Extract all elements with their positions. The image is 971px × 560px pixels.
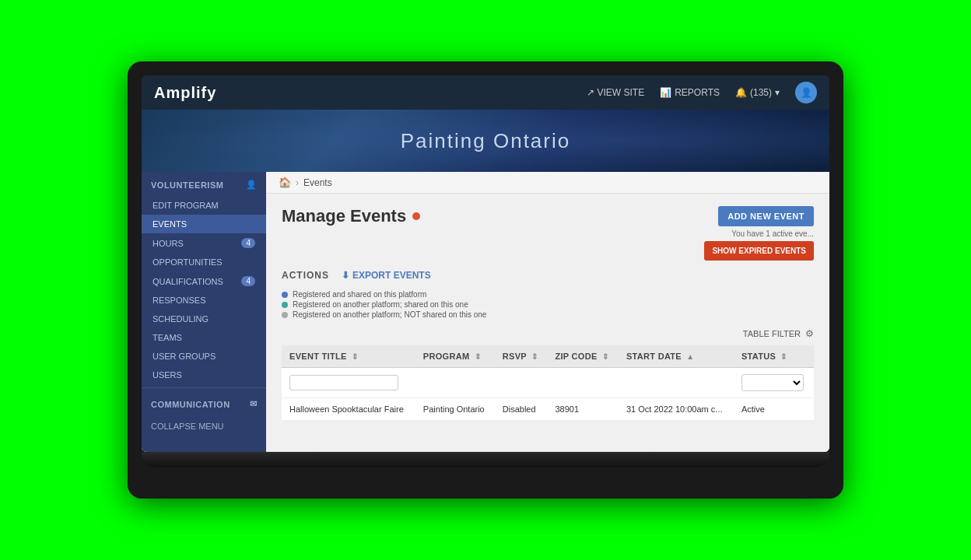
table-filter-inputs-row [282, 368, 814, 398]
breadcrumb-home-icon[interactable]: 🏠 [279, 177, 291, 188]
sort-icon-program[interactable]: ⇕ [475, 352, 481, 361]
download-icon: ⬇ [342, 270, 349, 281]
cell-event-title: Halloween Spooktacular Faire [282, 398, 415, 421]
cell-start-date: 31 Oct 2022 10:00am c... [619, 398, 734, 421]
title-indicator [412, 212, 420, 220]
sidebar-item-qualifications[interactable]: QUALIFICATIONS 4 [142, 271, 266, 291]
actions-label: ACTIONS [282, 270, 329, 281]
banner: Painting Ontario [142, 110, 829, 172]
col-zip-code: ZIP CODE ⇕ [547, 345, 619, 368]
sidebar-item-responses[interactable]: RESPONSES [142, 291, 266, 310]
filter-zip-cell [547, 368, 619, 398]
sort-icon-status[interactable]: ⇕ [780, 352, 787, 361]
col-status: STATUS ⇕ [734, 345, 814, 368]
legend-dot-teal [282, 302, 288, 308]
breadcrumb-separator: › [296, 177, 299, 188]
page-title-row: Manage Events [282, 206, 420, 226]
cell-program: Painting Ontario [415, 398, 495, 421]
view-site-button[interactable]: ↗ VIEW SITE [587, 87, 645, 98]
filter-status-cell [734, 368, 814, 398]
filter-title-cell [282, 368, 415, 398]
table-row[interactable]: Halloween Spooktacular Faire Painting On… [282, 398, 814, 421]
banner-title: Painting Ontario [401, 129, 570, 153]
cell-zip-code: 38901 [547, 398, 619, 421]
sort-icon-zip[interactable]: ⇕ [602, 352, 608, 361]
filter-date-cell [619, 368, 734, 398]
active-events-notice: You have 1 active eve... [731, 229, 814, 238]
actions-row: ACTIONS ⬇ EXPORT EVENTS [282, 270, 814, 281]
status-filter-select[interactable] [741, 374, 804, 391]
sidebar-item-user-groups[interactable]: USER GROUPS [142, 347, 266, 366]
sort-icon-rsvp[interactable]: ⇕ [531, 352, 538, 361]
main-area: VOLUNTEERISM 👤 EDIT PROGRAM EVENTS HOURS… [142, 172, 829, 452]
sidebar-divider [142, 387, 266, 388]
content-area: 🏠 › Events Manage Events ADD NEW EVENT Y… [266, 172, 829, 452]
avatar-icon: 👤 [801, 87, 812, 98]
add-new-event-button[interactable]: ADD NEW EVENT [718, 206, 814, 226]
communication-icon: ✉ [250, 399, 258, 409]
sidebar-item-edit-program[interactable]: EDIT PROGRAM [142, 196, 266, 215]
top-nav-right: ↗ VIEW SITE 📊 REPORTS 🔔 (135) ▾ 👤 [587, 82, 818, 103]
collapse-menu-button[interactable]: COLLAPSE MENU [142, 415, 266, 437]
sidebar-section-icon: 👤 [246, 180, 258, 190]
sidebar-item-users[interactable]: USERS [142, 366, 266, 384]
notifications-button[interactable]: 🔔 (135) ▾ [735, 87, 780, 98]
export-events-button[interactable]: ⬇ EXPORT EVENTS [342, 270, 431, 281]
sidebar: VOLUNTEERISM 👤 EDIT PROGRAM EVENTS HOURS… [142, 172, 266, 452]
hours-badge: 4 [241, 238, 255, 248]
content-inner: Manage Events ADD NEW EVENT You have 1 a… [266, 194, 829, 433]
col-event-title: EVENT TITLE ⇕ [282, 345, 415, 368]
legend-dot-blue [282, 292, 288, 298]
table-filter-row: TABLE FILTER ⚙ [282, 328, 814, 339]
sort-icon-title[interactable]: ⇕ [352, 352, 358, 361]
search-title-input[interactable] [289, 375, 398, 390]
filter-rsvp-cell [495, 368, 548, 398]
sidebar-item-hours[interactable]: HOURS 4 [142, 233, 266, 253]
legend-dot-gray [282, 312, 288, 318]
legend-item-1: Registered on another platform; shared o… [282, 300, 814, 309]
events-table: EVENT TITLE ⇕ PROGRAM ⇕ RSVP ⇕ [282, 345, 814, 421]
laptop-base [142, 452, 829, 467]
cell-status: Active [734, 398, 814, 421]
breadcrumb: 🏠 › Events [266, 172, 829, 194]
bar-chart-icon: 📊 [660, 87, 671, 98]
top-navigation: Amplify ↗ VIEW SITE 📊 REPORTS 🔔 (135) ▾ … [142, 75, 829, 110]
reports-button[interactable]: 📊 REPORTS [660, 87, 720, 98]
col-program: PROGRAM ⇕ [415, 345, 495, 368]
legend-item-0: Registered and shared on this platform [282, 290, 814, 299]
sidebar-item-opportunities[interactable]: OPPORTUNITIES [142, 253, 266, 271]
table-header-row: EVENT TITLE ⇕ PROGRAM ⇕ RSVP ⇕ [282, 345, 814, 368]
bell-icon: 🔔 [735, 87, 747, 98]
sidebar-item-scheduling[interactable]: SCHEDULING [142, 310, 266, 328]
qualifications-badge: 4 [241, 276, 255, 286]
col-start-date: START DATE ▲ [619, 345, 734, 368]
sidebar-item-events[interactable]: EVENTS [142, 215, 266, 233]
chevron-down-icon: ▾ [775, 87, 780, 98]
filter-icon[interactable]: ⚙ [805, 328, 814, 339]
sidebar-item-teams[interactable]: TEAMS [142, 328, 266, 347]
filter-program-cell [415, 368, 495, 398]
legend-item-2: Registered on another platform; NOT shar… [282, 310, 814, 319]
sidebar-section-communication: COMMUNICATION ✉ [142, 391, 266, 415]
table-filter-label: TABLE FILTER [743, 329, 801, 338]
col-rsvp: RSVP ⇕ [495, 345, 548, 368]
sidebar-section-volunteerism: VOLUNTEERISM 👤 [142, 172, 266, 196]
legend: Registered and shared on this platform R… [282, 290, 814, 319]
page-title: Manage Events [282, 206, 406, 226]
cell-rsvp: Disabled [495, 398, 548, 421]
show-expired-events-button[interactable]: SHOW EXPIRED EVENTS [704, 241, 814, 261]
external-link-icon: ↗ [587, 87, 594, 98]
breadcrumb-current: Events [303, 177, 332, 188]
sort-icon-date[interactable]: ▲ [686, 352, 694, 361]
brand-logo: Amplify [154, 84, 216, 102]
user-avatar[interactable]: 👤 [795, 82, 817, 103]
